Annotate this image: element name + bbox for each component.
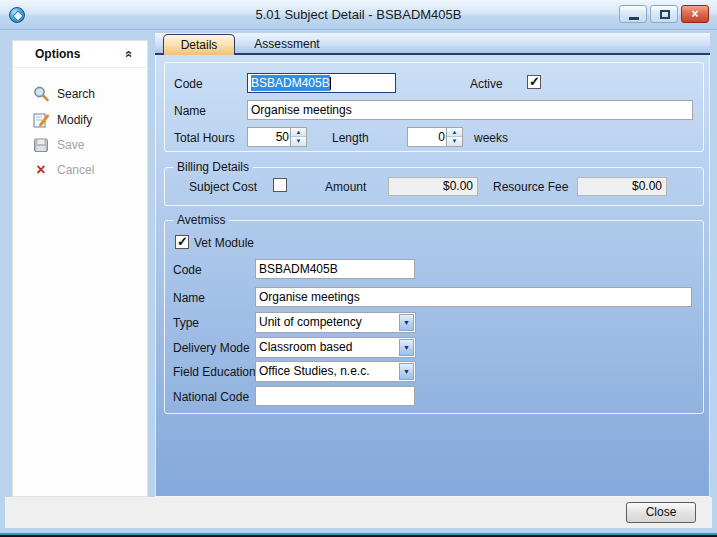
minimize-button[interactable] <box>619 5 647 23</box>
billing-group: Billing Details Subject Cost Amount $0.0… <box>164 167 704 206</box>
code-label: Code <box>174 77 203 91</box>
details-tab-page: Code BSBADM405B Active Name Organise mee… <box>155 55 710 497</box>
weeks-suffix-label: weeks <box>474 131 508 145</box>
step-up-icon[interactable] <box>447 128 462 137</box>
field-education-dropdown[interactable]: Office Studies, n.e.c. <box>255 361 416 382</box>
cancel-icon: × <box>32 161 50 179</box>
delivery-mode-dropdown[interactable]: Classroom based <box>255 337 416 358</box>
chevron-down-icon[interactable] <box>399 314 414 331</box>
tab-strip: Details Assessment <box>155 33 710 55</box>
subject-group: Code BSBADM405B Active Name Organise mee… <box>164 62 704 152</box>
type-value: Unit of competency <box>259 313 397 332</box>
maximize-button[interactable] <box>650 5 678 23</box>
chevron-down-icon[interactable] <box>399 339 414 356</box>
vet-module-label: Vet Module <box>194 236 254 250</box>
vet-module-checkbox[interactable] <box>175 235 189 249</box>
minimize-icon <box>629 17 639 20</box>
resource-fee-label: Resource Fee <box>493 180 568 194</box>
amount-field: $0.00 <box>388 177 478 196</box>
collapse-panel-icon[interactable]: « <box>121 46 137 62</box>
length-stepper[interactable]: 0 <box>407 127 463 147</box>
options-panel: Options « Search Modify <box>12 40 148 497</box>
avetmiss-group-title: Avetmiss <box>173 213 229 227</box>
tab-details[interactable]: Details <box>163 34 235 55</box>
length-value: 0 <box>408 128 445 146</box>
window-controls: × <box>619 5 709 23</box>
type-dropdown[interactable]: Unit of competency <box>255 312 416 333</box>
close-window-button[interactable]: × <box>681 5 709 23</box>
delivery-mode-label: Delivery Mode <box>173 341 250 355</box>
active-label: Active <box>470 77 503 91</box>
avetmiss-code-input[interactable]: BSBADM405B <box>255 259 415 279</box>
sidebar-item-search[interactable]: Search <box>13 83 149 106</box>
maximize-icon <box>660 10 670 19</box>
type-label: Type <box>173 316 199 330</box>
close-button[interactable]: Close <box>626 502 696 523</box>
footer-bar: Close <box>5 497 712 528</box>
window-title: 5.01 Subject Detail - BSBADM405B <box>0 0 717 30</box>
national-code-label: National Code <box>173 390 249 404</box>
national-code-input[interactable] <box>255 386 415 406</box>
subject-cost-checkbox[interactable] <box>273 178 287 192</box>
sidebar-item-cancel[interactable]: × Cancel <box>13 159 149 182</box>
title-bar[interactable]: 5.01 Subject Detail - BSBADM405B × <box>0 0 717 30</box>
chevron-down-icon[interactable] <box>399 363 414 380</box>
save-icon <box>32 136 50 154</box>
code-value: BSBADM405B <box>251 75 330 91</box>
avetmiss-name-label: Name <box>173 291 205 305</box>
field-education-label: Field Education <box>173 365 256 379</box>
billing-group-title: Billing Details <box>173 160 253 174</box>
close-icon: × <box>682 6 708 22</box>
avetmiss-group: Avetmiss Vet Module Code BSBADM405B Name… <box>164 220 704 414</box>
text-caret <box>330 77 331 90</box>
dialog-window: 5.01 Subject Detail - BSBADM405B × Optio… <box>0 0 717 537</box>
resource-fee-field: $0.00 <box>577 177 667 196</box>
step-up-icon[interactable] <box>291 128 306 137</box>
options-panel-title: Options <box>35 47 80 61</box>
field-education-value: Office Studies, n.e.c. <box>259 362 397 381</box>
avetmiss-code-label: Code <box>173 263 202 277</box>
subject-cost-label: Subject Cost <box>189 180 257 194</box>
stepper-buttons <box>290 128 306 146</box>
step-down-icon[interactable] <box>291 137 306 146</box>
delivery-mode-value: Classroom based <box>259 338 397 357</box>
step-down-icon[interactable] <box>447 137 462 146</box>
tab-assessment[interactable]: Assessment <box>241 34 333 55</box>
avetmiss-name-input[interactable]: Organise meetings <box>255 287 692 307</box>
total-hours-label: Total Hours <box>174 131 235 145</box>
modify-icon <box>32 111 50 129</box>
sidebar-item-label: Cancel <box>57 163 94 177</box>
active-checkbox[interactable] <box>527 75 541 89</box>
name-input[interactable]: Organise meetings <box>247 100 693 120</box>
detail-panel: Details Assessment Code BSBADM405B Activ… <box>155 33 710 497</box>
amount-label: Amount <box>325 180 366 194</box>
search-icon <box>32 85 50 103</box>
sidebar-item-label: Save <box>57 138 84 152</box>
code-input[interactable]: BSBADM405B <box>247 73 396 93</box>
sidebar-item-label: Modify <box>57 113 92 127</box>
length-label: Length <box>332 131 369 145</box>
total-hours-stepper[interactable]: 50 <box>247 127 307 147</box>
stepper-buttons <box>446 128 462 146</box>
options-panel-header: Options « <box>13 41 147 68</box>
total-hours-value: 50 <box>248 128 289 146</box>
sidebar-item-label: Search <box>57 87 95 101</box>
sidebar-item-modify[interactable]: Modify <box>13 109 149 132</box>
name-label: Name <box>174 104 206 118</box>
sidebar-item-save[interactable]: Save <box>13 134 149 157</box>
